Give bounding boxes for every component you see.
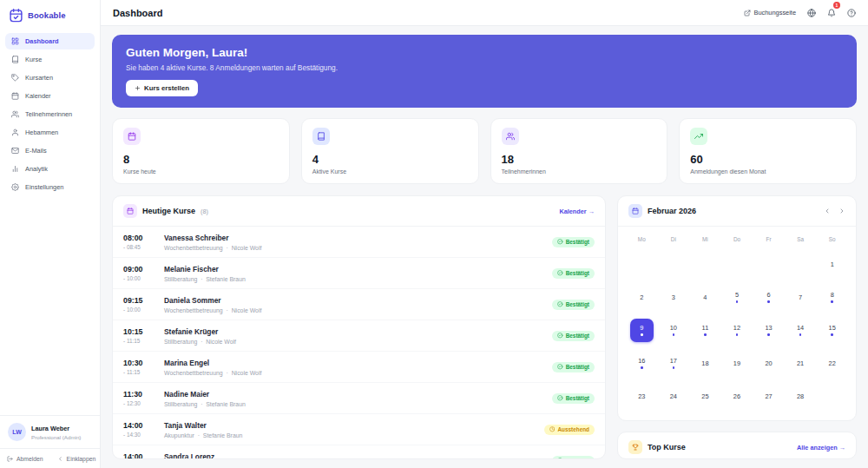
check-circle-icon bbox=[557, 270, 563, 276]
calendar-day-15[interactable]: 15 bbox=[820, 319, 844, 342]
course-end-time: - 11:15 bbox=[123, 369, 164, 375]
course-row[interactable]: 14:00- 15:00Sandra LorenzStillberatung ·… bbox=[113, 445, 605, 458]
calendar-icon bbox=[632, 208, 639, 214]
course-row[interactable]: 08:00- 08:45Vanessa SchreiberWochenbettb… bbox=[113, 227, 605, 258]
calendar-link[interactable]: Kalender → bbox=[559, 208, 595, 215]
empty-day-cell bbox=[626, 247, 658, 280]
calendar-day-18[interactable]: 18 bbox=[694, 352, 717, 375]
sidebar-item-label: Dashboard bbox=[25, 37, 59, 45]
calendar-day-10[interactable]: 10 bbox=[661, 319, 685, 342]
status-badge: Bestätigt bbox=[552, 456, 595, 459]
course-end-time: - 12:30 bbox=[123, 400, 164, 406]
event-dot bbox=[673, 366, 675, 369]
calendar-day-5[interactable]: 5 bbox=[725, 286, 748, 309]
sidebar-item-label: Hebammen bbox=[25, 129, 58, 136]
help-icon[interactable] bbox=[847, 9, 856, 17]
calendar-day-11[interactable]: 11 bbox=[694, 319, 717, 342]
calendar-day-3[interactable]: 3 bbox=[661, 286, 685, 309]
stat-cards: 8Kurse heute4Aktive Kurse18Teilnehmerinn… bbox=[112, 118, 857, 184]
trophy-icon bbox=[632, 444, 639, 451]
calendar-day-9[interactable]: 9 bbox=[630, 319, 654, 342]
calendar-next-button[interactable] bbox=[838, 208, 845, 214]
course-row[interactable]: 09:00- 10:00Melanie FischerStillberatung… bbox=[113, 258, 605, 289]
create-course-button[interactable]: Kurs erstellen bbox=[126, 80, 198, 96]
calendar-day-14[interactable]: 14 bbox=[789, 319, 812, 342]
notifications-button[interactable]: 1 bbox=[827, 5, 836, 21]
calendar-day-21[interactable]: 21 bbox=[789, 352, 812, 375]
collapse-sidebar-button[interactable]: Einklappen bbox=[50, 449, 103, 468]
language-globe-icon[interactable] bbox=[807, 9, 816, 17]
calendar-day-20[interactable]: 20 bbox=[757, 352, 780, 375]
calendar-grid: MoDiMiDoFrSaSo 1234567891011121314151617… bbox=[618, 227, 856, 420]
booking-page-link[interactable]: Buchungsseite bbox=[744, 9, 796, 16]
grid-icon bbox=[11, 37, 19, 45]
sidebar-item-kalender[interactable]: Kalender bbox=[5, 88, 95, 104]
calendar-day-19[interactable]: 19 bbox=[725, 352, 748, 375]
check-circle-icon bbox=[557, 364, 563, 370]
sidebar-item-analytik[interactable]: Analytik bbox=[5, 161, 95, 177]
bookable-logo-icon bbox=[9, 8, 23, 23]
sidebar-item-teilnehmerinnen[interactable]: Teilnehmerinnen bbox=[5, 106, 95, 122]
event-dot bbox=[704, 333, 707, 336]
course-end-time: - 11:15 bbox=[123, 338, 164, 344]
weekday-label: Mi bbox=[689, 232, 721, 247]
calendar-day-26[interactable]: 26 bbox=[725, 385, 748, 408]
sidebar-item-e-mails[interactable]: E-Mails bbox=[5, 142, 95, 159]
sidebar-item-kursarten[interactable]: Kursarten bbox=[5, 69, 95, 86]
stat-label: Aktive Kurse bbox=[312, 168, 468, 175]
calendar-day-7[interactable]: 7 bbox=[789, 286, 812, 309]
calendar-day-16[interactable]: 16 bbox=[630, 352, 654, 375]
course-time: 14:00 bbox=[123, 452, 164, 458]
calendar-day-23[interactable]: 23 bbox=[630, 385, 654, 408]
create-course-label: Kurs erstellen bbox=[144, 84, 189, 92]
calendar-day-22[interactable]: 22 bbox=[820, 352, 844, 375]
sidebar-user[interactable]: LW Laura Weber Professional (Admin) bbox=[0, 415, 100, 448]
calendar-icon bbox=[127, 208, 134, 214]
calendar-day-13[interactable]: 13 bbox=[757, 319, 780, 342]
calendar-day-2[interactable]: 2 bbox=[630, 286, 654, 309]
calendar-day-4[interactable]: 4 bbox=[694, 286, 717, 309]
check-circle-icon bbox=[557, 458, 563, 458]
status-badge: Bestätigt bbox=[552, 393, 595, 404]
course-row[interactable]: 10:15- 11:15Stefanie KrügerStillberatung… bbox=[113, 320, 605, 352]
weekday-label: Mo bbox=[626, 232, 658, 247]
weekday-label: Sa bbox=[785, 232, 817, 247]
calendar-day-1[interactable]: 1 bbox=[820, 253, 844, 276]
event-dot bbox=[799, 333, 802, 336]
greeting-subtitle: Sie haben 4 aktive Kurse. 8 Anmeldungen … bbox=[126, 63, 843, 72]
sidebar-item-einstellungen[interactable]: Einstellungen bbox=[5, 179, 95, 195]
calendar-day-24[interactable]: 24 bbox=[661, 385, 685, 408]
check-circle-icon bbox=[557, 239, 563, 245]
calendar-day-12[interactable]: 12 bbox=[725, 319, 748, 342]
show-all-link[interactable]: Alle anzeigen → bbox=[797, 444, 845, 452]
clock-icon bbox=[549, 426, 556, 432]
sidebar-item-hebammen[interactable]: Hebammen bbox=[5, 124, 95, 141]
calendar-day-8[interactable]: 8 bbox=[820, 286, 844, 309]
course-row[interactable]: 14:00- 14:30Tanja WalterAkupunktur · Ste… bbox=[113, 414, 605, 445]
calendar-card: Februar 2026 MoDiMiDoFrSaSo 123456789101… bbox=[617, 195, 857, 421]
calendar-day-27[interactable]: 27 bbox=[757, 385, 780, 408]
topbar: Dashboard Buchungsseite 1 bbox=[101, 0, 868, 26]
participant-name: Daniela Sommer bbox=[164, 296, 261, 305]
today-courses-count: (8) bbox=[201, 208, 208, 215]
calendar-prev-button[interactable] bbox=[824, 208, 831, 214]
calendar-day-17[interactable]: 17 bbox=[661, 352, 685, 375]
sidebar-item-dashboard[interactable]: Dashboard bbox=[5, 33, 95, 49]
calendar-weekdays: MoDiMiDoFrSaSo bbox=[626, 232, 848, 247]
book-icon bbox=[11, 56, 19, 63]
external-link-icon bbox=[744, 10, 751, 16]
chart-icon bbox=[11, 165, 19, 173]
sidebar-item-kurse[interactable]: Kurse bbox=[5, 51, 95, 68]
event-dot bbox=[831, 300, 833, 303]
empty-day-cell bbox=[721, 247, 753, 280]
users-icon bbox=[506, 132, 515, 141]
status-badge: Bestätigt bbox=[552, 362, 595, 372]
sidebar: Bookable DashboardKurseKursartenKalender… bbox=[0, 0, 101, 468]
course-row[interactable]: 11:30- 12:30Nadine MaierStillberatung · … bbox=[113, 383, 605, 414]
calendar-day-6[interactable]: 6 bbox=[757, 286, 780, 309]
logout-button[interactable]: Abmelden bbox=[0, 449, 50, 468]
course-row[interactable]: 10:30- 11:15Marina EngelWochenbettbetreu… bbox=[113, 352, 605, 383]
course-row[interactable]: 09:15- 10:00Daniela SommerWochenbettbetr… bbox=[113, 289, 605, 320]
calendar-day-25[interactable]: 25 bbox=[694, 385, 717, 408]
calendar-day-28[interactable]: 28 bbox=[789, 385, 812, 408]
